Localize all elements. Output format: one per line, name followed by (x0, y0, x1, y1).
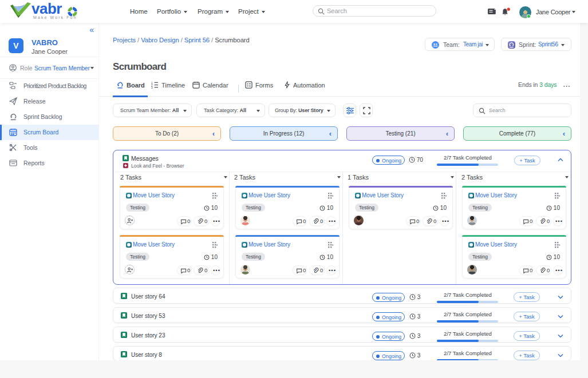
svg-text:3: 3 (151, 86, 153, 89)
